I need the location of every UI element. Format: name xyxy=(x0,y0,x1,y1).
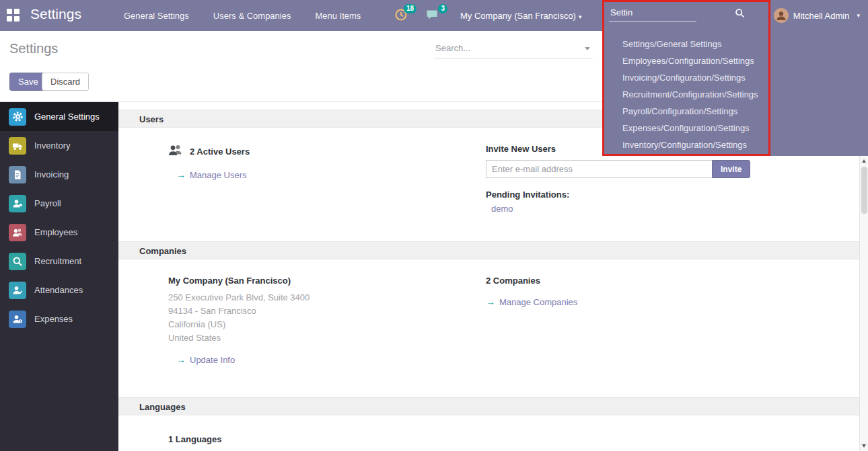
users-group-icon xyxy=(168,144,183,159)
employees-icon xyxy=(9,224,26,241)
pending-invitations-label: Pending Invitations: xyxy=(486,190,832,200)
pending-user-link[interactable]: demo xyxy=(491,204,832,214)
menu-users-companies[interactable]: Users & Companies xyxy=(213,11,291,21)
search-result-item[interactable]: Expenses/Configuration/Settings xyxy=(602,120,868,136)
address-line: 94134 - San Francisco xyxy=(168,304,486,318)
search-icon[interactable] xyxy=(735,8,745,21)
scroll-up-icon[interactable] xyxy=(862,159,866,163)
sidebar-item-label: Employees xyxy=(34,227,77,237)
systray: 18 3 My Company (San Francisco)▾ xyxy=(394,0,581,31)
messages-badge: 3 xyxy=(438,4,447,13)
arrow-right-icon: → xyxy=(176,354,186,365)
apps-grid-square xyxy=(7,9,12,14)
filter-chevron-icon[interactable] xyxy=(585,47,590,50)
activity-clock-icon[interactable]: 18 xyxy=(394,8,409,23)
app-title: Settings xyxy=(30,6,81,22)
section-header-companies: Companies xyxy=(118,241,859,259)
recruitment-icon xyxy=(9,253,26,270)
avatar xyxy=(774,8,789,23)
navbar-menu: General Settings Users & Companies Menu … xyxy=(124,0,361,31)
search-result-item[interactable]: Invoicing/Configuration/Settings xyxy=(602,69,868,86)
languages-count: 1 Languages xyxy=(168,434,859,444)
search-results-dropdown: Settings/General Settings Employees/Conf… xyxy=(602,31,868,156)
invite-input-group: Invite xyxy=(486,160,832,178)
sidebar-item-label: Invoicing xyxy=(34,169,69,179)
expenses-icon xyxy=(9,311,26,328)
search-result-item[interactable]: Employees/Configuration/Settings xyxy=(602,52,868,69)
search-result-item[interactable]: Payroll/Configuration/Settings xyxy=(602,103,868,120)
company-name: My Company (San Francisco) xyxy=(168,276,486,286)
truck-icon xyxy=(9,137,26,155)
discard-button[interactable]: Discard xyxy=(42,73,89,91)
search-result-item[interactable]: Inventory/Configuration/Settings xyxy=(602,136,868,153)
apps-grid-square xyxy=(14,9,20,14)
sidebar-item-recruitment[interactable]: Recruitment xyxy=(0,247,118,276)
manage-users-link[interactable]: → Manage Users xyxy=(176,169,247,180)
payroll-icon xyxy=(9,195,26,212)
menu-menu-items[interactable]: Menu Items xyxy=(315,11,361,21)
update-info-label: Update Info xyxy=(190,355,235,365)
vertical-scrollbar[interactable] xyxy=(859,156,868,451)
user-name: Mitchell Admin xyxy=(793,11,850,21)
languages-section: 1 Languages → Manage Languages xyxy=(118,415,859,451)
gear-icon xyxy=(9,108,26,126)
top-navbar: Settings General Settings Users & Compan… xyxy=(0,0,868,31)
arrow-right-icon: → xyxy=(486,296,495,307)
sidebar-item-label: Inventory xyxy=(34,140,70,151)
content-search xyxy=(434,40,593,58)
content-search-input[interactable] xyxy=(434,40,593,58)
companies-count: 2 Companies xyxy=(486,276,832,286)
invoice-icon xyxy=(9,166,26,183)
navbar-search-input[interactable] xyxy=(609,5,696,22)
sidebar-item-invoicing[interactable]: Invoicing xyxy=(0,160,118,189)
company-switcher[interactable]: My Company (San Francisco)▾ xyxy=(460,11,581,21)
breadcrumb: Settings xyxy=(9,41,58,56)
arrow-right-icon: → xyxy=(176,169,186,180)
sidebar-item-inventory[interactable]: Inventory xyxy=(0,131,118,160)
company-address: 250 Executive Park Blvd, Suite 3400 9413… xyxy=(168,291,486,345)
invite-button[interactable]: Invite xyxy=(712,160,750,178)
activity-badge: 18 xyxy=(404,4,417,13)
address-line: 250 Executive Park Blvd, Suite 3400 xyxy=(168,291,486,304)
chevron-down-icon: ▾ xyxy=(579,13,582,20)
sidebar-item-label: Payroll xyxy=(34,198,61,208)
sidebar-item-label: Expenses xyxy=(34,314,73,324)
sidebar-item-label: General Settings xyxy=(34,112,100,122)
search-result-item[interactable]: Recruitment/Configuration/Settings xyxy=(602,86,868,103)
sidebar-item-general-settings[interactable]: General Settings xyxy=(0,102,118,131)
user-menu[interactable]: Mitchell Admin ▾ xyxy=(774,0,860,31)
settings-page: Settings General Settings Users & Compan… xyxy=(0,0,868,451)
navbar-search xyxy=(609,5,752,25)
invite-email-input[interactable] xyxy=(486,160,712,178)
address-line: California (US) xyxy=(168,318,486,331)
manage-users-label: Manage Users xyxy=(190,170,247,180)
search-result-item[interactable]: Settings/General Settings xyxy=(602,36,868,52)
sidebar-item-payroll[interactable]: Payroll xyxy=(0,189,118,218)
messages-icon[interactable]: 3 xyxy=(425,8,440,23)
active-users-count: 2 Active Users xyxy=(190,147,250,157)
apps-grid-square xyxy=(7,16,12,22)
chevron-down-icon: ▾ xyxy=(857,12,860,19)
scroll-down-icon[interactable] xyxy=(862,444,866,448)
companies-section: My Company (San Francisco) 250 Executive… xyxy=(118,259,859,390)
manage-companies-label: Manage Companies xyxy=(499,297,577,307)
update-info-link[interactable]: → Update Info xyxy=(176,354,235,365)
manage-companies-link[interactable]: → Manage Companies xyxy=(486,296,577,307)
apps-menu-icon[interactable] xyxy=(7,9,22,22)
sidebar-item-expenses[interactable]: Expenses xyxy=(0,304,118,333)
attendance-icon xyxy=(9,282,26,299)
settings-sidebar: General Settings Inventory Invoicing Pay… xyxy=(0,102,118,451)
menu-general-settings[interactable]: General Settings xyxy=(124,11,189,21)
section-header-languages: Languages xyxy=(118,397,859,415)
sidebar-item-label: Attendances xyxy=(34,285,83,295)
company-switcher-label: My Company (San Francisco) xyxy=(460,11,576,21)
address-line: United States xyxy=(168,331,486,345)
apps-grid-square xyxy=(14,16,20,22)
sidebar-item-attendances[interactable]: Attendances xyxy=(0,276,118,304)
sidebar-item-label: Recruitment xyxy=(34,256,81,266)
scrollbar-thumb[interactable] xyxy=(861,167,867,214)
sidebar-item-employees[interactable]: Employees xyxy=(0,218,118,247)
